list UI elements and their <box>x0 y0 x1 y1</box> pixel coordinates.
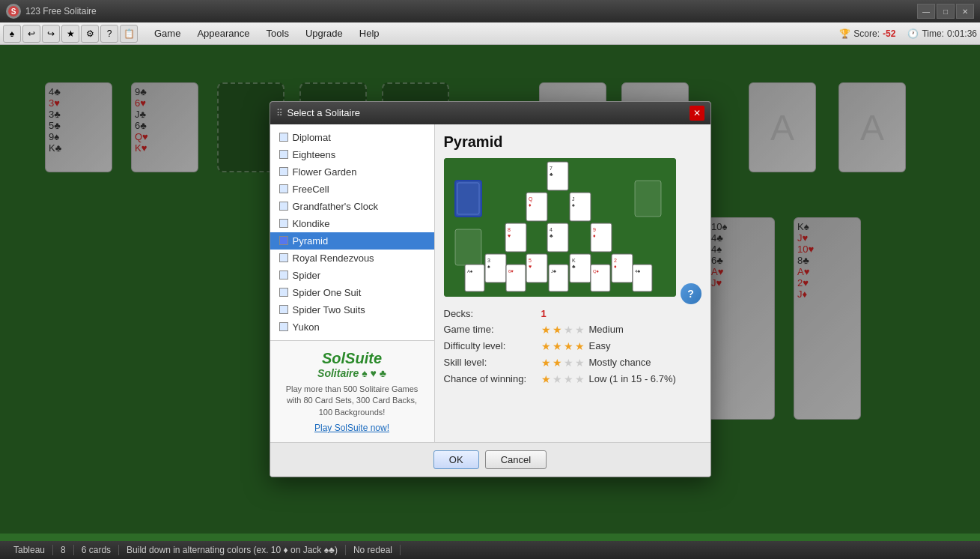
game-icon <box>279 202 288 211</box>
time-value: 0:01:36 <box>947 28 977 39</box>
svg-rect-6 <box>635 181 661 217</box>
svg-text:4: 4 <box>550 227 553 232</box>
cancel-button[interactable]: Cancel <box>485 450 547 469</box>
game-item-flower-garden[interactable]: Flower Garden <box>270 163 434 181</box>
difficulty-stars: ★ ★ ★ ★ <box>541 340 585 352</box>
dialog-footer: OK Cancel <box>270 442 710 477</box>
game-item-spider[interactable]: Spider <box>270 267 434 284</box>
dialog-title: Select a Solitaire <box>287 107 361 118</box>
game-detail-title: Pyramid <box>444 133 701 151</box>
ok-button[interactable]: OK <box>433 450 479 469</box>
game-icon <box>279 150 288 159</box>
svg-text:J: J <box>572 196 575 202</box>
status-redeal: No redeal <box>346 545 401 555</box>
menu-tools[interactable]: Tools <box>259 25 296 42</box>
svg-text:S: S <box>11 7 16 16</box>
stat-skill: Skill level: ★ ★ ★ ★ Mostly chance <box>444 354 701 371</box>
solsuite-promo: SolSuite Solitaire ♠ ♥ ♣ Play more than … <box>270 340 434 442</box>
svg-text:♣: ♣ <box>550 233 553 238</box>
game-item-spider-one-suit[interactable]: Spider One Suit <box>270 284 434 301</box>
game-icon <box>279 322 288 331</box>
menu-help[interactable]: Help <box>352 25 387 42</box>
game-preview: 7 ♣ Q ♦ J ♠ 8 ♥ <box>444 158 676 297</box>
svg-text:9: 9 <box>593 227 596 232</box>
stat-difficulty: Difficulty level: ★ ★ ★ ★ Easy <box>444 338 701 354</box>
help-button[interactable]: ? <box>681 283 701 304</box>
game-icon <box>279 271 288 280</box>
toolbar-icon-6[interactable]: ? <box>100 25 118 43</box>
stat-game-time: Game time: ★ ★ ★ ★ Medium <box>444 321 701 338</box>
game-icon <box>279 184 288 193</box>
status-mode: Tableau <box>6 545 53 555</box>
minimize-button[interactable]: — <box>917 4 935 19</box>
dialog-title-bar: ⠿ Select a Solitaire ✕ <box>270 102 710 124</box>
toolbar-icon-7[interactable]: 📋 <box>120 25 138 43</box>
svg-text:7: 7 <box>550 166 553 171</box>
select-solitaire-dialog: ⠿ Select a Solitaire ✕ Diplomat <box>270 101 711 477</box>
app-icon: S <box>6 4 21 19</box>
game-icon <box>279 219 288 228</box>
game-icon <box>279 133 288 142</box>
game-icon <box>279 236 288 245</box>
pyramid-preview-svg: 7 ♣ Q ♦ J ♠ 8 ♥ <box>444 158 676 297</box>
toolbar-icon-2[interactable]: ↩ <box>22 25 40 43</box>
svg-text:♦: ♦ <box>529 202 532 208</box>
toolbar-icon-4[interactable]: ★ <box>61 25 79 43</box>
svg-text:K: K <box>572 258 576 263</box>
svg-text:♣: ♣ <box>572 264 576 269</box>
stat-chance: Chance of winning: ★ ★ ★ ★ Low (1 in 15 … <box>444 371 701 387</box>
app-title: 123 Free Solitaire <box>25 6 97 16</box>
game-area: 4♣ 3♥ 3♣ 5♣ 9♠ K♣ 9♣ 6♥ J♣ 6♣ Q♥ K♥ A A … <box>0 45 980 552</box>
toolbar-icon-3[interactable]: ↪ <box>42 25 60 43</box>
game-item-yukon[interactable]: Yukon <box>270 318 434 336</box>
score-display: 🏆 Score: -52 <box>839 28 895 39</box>
promo-logo: SolSuite <box>279 350 425 367</box>
svg-text:5: 5 <box>529 258 532 263</box>
promo-text: Play more than 500 Solitaire Games with … <box>279 384 425 418</box>
chance-stars: ★ ★ ★ ★ <box>541 373 585 385</box>
svg-text:♦: ♦ <box>593 233 596 238</box>
close-button[interactable]: ✕ <box>956 4 974 19</box>
svg-text:2: 2 <box>614 258 617 263</box>
svg-text:♦: ♦ <box>614 264 617 269</box>
game-item-freecell[interactable]: FreeCell <box>270 181 434 198</box>
promo-link[interactable]: Play SolSuite now! <box>279 423 425 433</box>
toolbar-icon-1[interactable]: ♠ <box>3 25 21 43</box>
score-value: -52 <box>883 28 895 39</box>
skill-stars: ★ ★ ★ ★ <box>541 357 585 369</box>
stats-table: ? Decks: 1 Game time: ★ <box>444 306 701 387</box>
game-item-pyramid[interactable]: Pyramid <box>270 232 434 250</box>
dialog-close-button[interactable]: ✕ <box>690 106 704 121</box>
game-item-diplomat[interactable]: Diplomat <box>270 129 434 146</box>
game-item-klondike[interactable]: Klondike <box>270 215 434 232</box>
status-bar: Tableau 8 6 cards Build down in alternat… <box>0 541 980 559</box>
dialog-overlay: ⠿ Select a Solitaire ✕ Diplomat <box>0 45 980 534</box>
game-time-stars: ★ ★ ★ ★ <box>541 324 585 336</box>
svg-text:J♣: J♣ <box>551 269 556 274</box>
status-count: 8 <box>53 545 74 555</box>
svg-text:♥: ♥ <box>529 264 532 269</box>
decks-value: 1 <box>541 308 547 319</box>
game-item-grandfathers-clock[interactable]: Grandfather's Clock <box>270 198 434 215</box>
title-bar: S 123 Free Solitaire — □ ✕ <box>0 0 980 22</box>
svg-rect-3 <box>455 181 481 217</box>
time-display: 🕐 Time: 0:01:36 <box>907 28 977 39</box>
game-icon <box>279 167 288 176</box>
toolbar-icon-5[interactable]: ⚙ <box>81 25 99 43</box>
status-cards: 6 cards <box>74 545 119 555</box>
menu-upgrade[interactable]: Upgrade <box>298 25 350 42</box>
game-item-royal-rendezvous[interactable]: Royal Rendezvous <box>270 250 434 267</box>
menu-bar: ♠ ↩ ↪ ★ ⚙ ? 📋 Game Appearance Tools Upgr… <box>0 22 980 45</box>
menu-appearance[interactable]: Appearance <box>189 25 257 42</box>
game-icon <box>279 288 288 297</box>
menu-game[interactable]: Game <box>147 25 188 42</box>
svg-text:♥: ♥ <box>508 233 511 238</box>
game-icon <box>279 305 288 314</box>
svg-text:8: 8 <box>508 227 511 232</box>
svg-text:Q: Q <box>529 196 533 202</box>
game-list: Diplomat Eighteens Flower Garden Fr <box>270 124 434 340</box>
game-item-spider-two-suits[interactable]: Spider Two Suits <box>270 301 434 318</box>
game-item-eighteens[interactable]: Eighteens <box>270 146 434 163</box>
maximize-button[interactable]: □ <box>937 4 955 19</box>
svg-text:Q♦: Q♦ <box>593 269 599 274</box>
